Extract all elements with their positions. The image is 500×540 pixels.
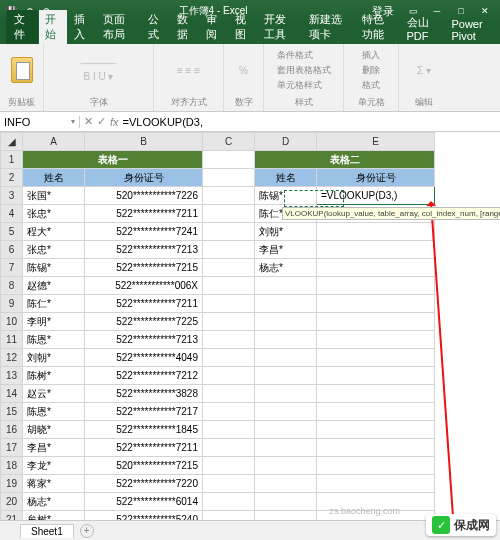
row-header[interactable]: 14 [1, 385, 23, 403]
tab-features[interactable]: 特色功能 [356, 10, 400, 44]
cells-delete-button[interactable]: 删除 [362, 64, 380, 77]
active-cell[interactable]: =VLOOKUP(D3,) [317, 187, 435, 205]
fx-icon[interactable]: fx [110, 116, 119, 128]
row-header[interactable]: 8 [1, 277, 23, 295]
ribbon: 剪贴板 ─────B I U ▾ 字体 ≡ ≡ ≡ 对齐方式 % 数字 条件格式… [0, 44, 500, 112]
group-cells: 单元格 [358, 96, 385, 109]
cells-format-button[interactable]: 格式 [362, 79, 380, 92]
table1-title[interactable]: 表格一 [23, 151, 203, 169]
group-clipboard: 剪贴板 [8, 96, 35, 109]
tab-powerpivot[interactable]: Power Pivot [445, 16, 500, 44]
col-header[interactable]: B [85, 133, 203, 151]
cell-styles-button[interactable]: 单元格样式 [277, 79, 322, 92]
select-all-corner[interactable]: ◢ [1, 133, 23, 151]
cancel-icon[interactable]: ✕ [84, 115, 93, 128]
tab-insert[interactable]: 插入 [68, 10, 96, 44]
group-font: 字体 [90, 96, 108, 109]
paste-icon[interactable] [11, 57, 33, 83]
chevron-down-icon[interactable]: ▾ [71, 117, 75, 126]
row-header[interactable]: 2 [1, 169, 23, 187]
row-header[interactable]: 7 [1, 259, 23, 277]
tab-home[interactable]: 开始 [39, 10, 67, 44]
group-styles: 样式 [295, 96, 313, 109]
col-header[interactable]: D [255, 133, 317, 151]
row-header[interactable]: 15 [1, 403, 23, 421]
tab-review[interactable]: 审阅 [200, 10, 228, 44]
col-header[interactable]: A [23, 133, 85, 151]
tab-view[interactable]: 视图 [229, 10, 257, 44]
row-header[interactable]: 12 [1, 349, 23, 367]
sheet-tab[interactable]: Sheet1 [20, 524, 74, 538]
row-header[interactable]: 13 [1, 367, 23, 385]
table2-id-header[interactable]: 身份证号 [317, 169, 435, 187]
col-header[interactable]: C [203, 133, 255, 151]
cells-insert-button[interactable]: 插入 [362, 49, 380, 62]
tab-custom[interactable]: 新建选项卡 [303, 10, 355, 44]
row-header[interactable]: 17 [1, 439, 23, 457]
sheet-tab-bar: Sheet1 + [0, 520, 500, 540]
formula-bar-row: INFO ▾ ✕ ✓ fx =VLOOKUP(D3, [0, 112, 500, 132]
row-header[interactable]: 11 [1, 331, 23, 349]
row-header[interactable]: 18 [1, 457, 23, 475]
site-badge: ✓ 保成网 [426, 514, 496, 536]
function-tooltip: VLOOKUP(lookup_value, table_array, col_i… [282, 207, 500, 220]
table1-id-header[interactable]: 身份证号 [85, 169, 203, 187]
watermark-text: zs.baocheng.com [329, 506, 400, 516]
shield-icon: ✓ [432, 516, 450, 534]
name-box[interactable]: INFO ▾ [0, 116, 80, 128]
cond-fmt-button[interactable]: 条件格式 [277, 49, 313, 62]
row-header[interactable]: 10 [1, 313, 23, 331]
table2-title[interactable]: 表格二 [255, 151, 435, 169]
enter-icon[interactable]: ✓ [97, 115, 106, 128]
row-header[interactable]: 19 [1, 475, 23, 493]
row-header[interactable]: 5 [1, 223, 23, 241]
row-header[interactable]: 1 [1, 151, 23, 169]
row-header[interactable]: 21 [1, 511, 23, 521]
tab-dev[interactable]: 开发工具 [258, 10, 302, 44]
ribbon-tabs: 文件 开始 插入 页面布局 公式 数据 审阅 视图 开发工具 新建选项卡 特色功… [0, 22, 500, 44]
row-header[interactable]: 9 [1, 295, 23, 313]
add-sheet-button[interactable]: + [80, 524, 94, 538]
row-header[interactable]: 16 [1, 421, 23, 439]
tab-pdf[interactable]: 会山PDF [401, 13, 445, 44]
table2-name-header[interactable]: 姓名 [255, 169, 317, 187]
tab-data[interactable]: 数据 [171, 10, 199, 44]
worksheet-grid[interactable]: ◢ A B C D E 1 表格一 表格二 2 姓名 身份证号 姓名 身份证号 … [0, 132, 500, 520]
tab-file[interactable]: 文件 [6, 10, 38, 44]
row-header[interactable]: 4 [1, 205, 23, 223]
group-editing: 编辑 [415, 96, 433, 109]
formula-input[interactable]: =VLOOKUP(D3, [123, 116, 203, 128]
table1-name-header[interactable]: 姓名 [23, 169, 85, 187]
row-header[interactable]: 6 [1, 241, 23, 259]
col-header[interactable]: E [317, 133, 435, 151]
row-header[interactable]: 20 [1, 493, 23, 511]
group-number: 数字 [235, 96, 253, 109]
group-alignment: 对齐方式 [171, 96, 207, 109]
tab-layout[interactable]: 页面布局 [97, 10, 141, 44]
tab-formulas[interactable]: 公式 [142, 10, 170, 44]
table-fmt-button[interactable]: 套用表格格式 [277, 64, 331, 77]
row-header[interactable]: 3 [1, 187, 23, 205]
